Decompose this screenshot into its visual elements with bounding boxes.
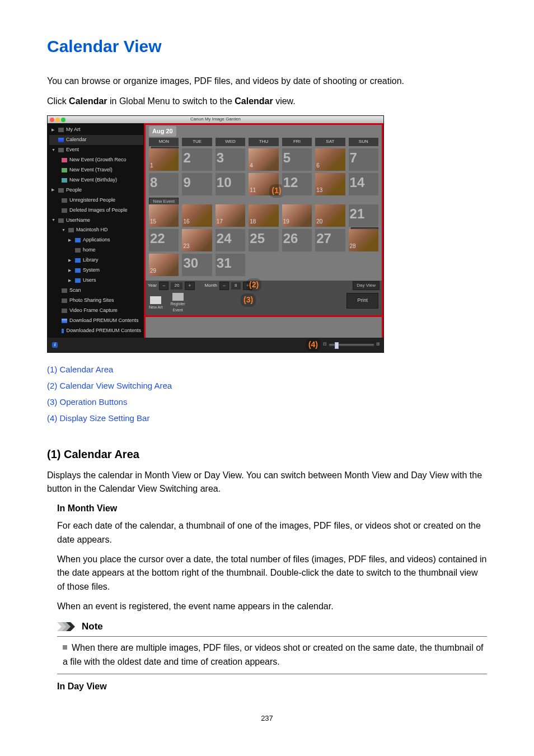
day-cell[interactable]: 8 — [149, 173, 179, 195]
day-cell[interactable]: 18 — [249, 204, 278, 227]
sidebar-item-machd[interactable]: ▼Macintosh HD — [49, 225, 143, 235]
day-cell[interactable]: 12 — [282, 173, 312, 195]
window-titlebar: Canon My Image Garden — [48, 116, 383, 123]
sidebar-item-users[interactable]: ▶Users — [49, 276, 143, 286]
sidebar-item-username[interactable]: ▼UserName — [49, 216, 143, 226]
sidebar-item-scan[interactable]: Scan — [49, 286, 143, 296]
sidebar-item-label: Calendar — [66, 136, 87, 144]
dow-sun: SUN — [349, 138, 378, 146]
dow-thu: THU — [249, 138, 278, 146]
day-cell[interactable]: 2 — [182, 148, 212, 171]
day-cell[interactable]: 27 — [315, 229, 345, 251]
month-view-heading: In Month View — [57, 502, 487, 516]
day-cell[interactable]: 4 — [249, 148, 278, 171]
day-cell[interactable]: New Event (Travel)15 — [149, 204, 179, 227]
event-pin-icon — [62, 168, 67, 172]
day-number: 22 — [150, 228, 165, 249]
year-next-button[interactable]: + — [185, 282, 194, 291]
sidebar-item-deleted[interactable]: Deleted Images of People — [49, 206, 143, 216]
newart-button[interactable]: New Art — [149, 296, 163, 311]
day-number: 25 — [250, 228, 265, 249]
sidebar-item-event-growth[interactable]: New Event (Growth Reco — [49, 155, 143, 165]
register-event-button[interactable]: Register Event — [171, 293, 185, 314]
print-button[interactable]: Print — [346, 293, 378, 309]
day-number: 3 — [217, 147, 224, 168]
zoom-slider[interactable] — [329, 344, 374, 346]
empty-cell — [249, 254, 278, 276]
empty-cell — [349, 254, 378, 276]
dayview-button[interactable]: Day View — [353, 281, 380, 290]
day-cell[interactable]: 9 — [182, 173, 212, 195]
day-cell[interactable]: 7 — [349, 148, 378, 171]
day-number: 27 — [316, 228, 331, 249]
day-cell[interactable]: 26 — [282, 229, 312, 251]
link-display-size[interactable]: (4) Display Size Setting Bar — [47, 413, 149, 423]
sidebar-item-dlprem[interactable]: Download PREMIUM Contents — [49, 316, 143, 326]
sidebar-item-dledprem[interactable]: Downloaded PREMIUM Contents — [49, 326, 143, 336]
day-number: 6 — [316, 161, 320, 170]
myart-icon — [58, 128, 64, 132]
day-cell[interactable]: 13 — [315, 173, 345, 195]
day-cell[interactable]: 23 — [182, 229, 212, 251]
sidebar-item-apps[interactable]: ▶Applications — [49, 235, 143, 245]
year-prev-button[interactable]: − — [159, 282, 168, 291]
sidebar-item-system[interactable]: ▶System — [49, 265, 143, 276]
day-cell[interactable]: 22 — [149, 229, 179, 251]
month-view-p3: When an event is registered, the event n… — [57, 600, 487, 614]
sidebar-item-myart[interactable]: ▶My Art — [49, 125, 143, 135]
zoom-in-icon[interactable]: ⊞ — [376, 341, 380, 348]
dow-tue: TUE — [182, 138, 212, 146]
sidebar-item-calendar[interactable]: Calendar — [49, 135, 143, 145]
day-cell[interactable]: 11(1) — [249, 173, 278, 195]
page-title: Calendar View — [47, 34, 487, 60]
zoom-knob[interactable] — [335, 342, 339, 349]
dow-mon: MON — [149, 138, 179, 146]
day-cell[interactable]: 20 — [315, 204, 345, 227]
intro-1: You can browse or organize images, PDF f… — [47, 74, 487, 88]
year-value: 20 — [171, 282, 182, 289]
day-cell[interactable]: 21 — [349, 204, 378, 227]
day-cell[interactable]: 24 — [216, 229, 245, 251]
sidebar-item-unregistered[interactable]: Unregistered People — [49, 195, 143, 206]
day-number: 8 — [150, 172, 157, 193]
day-number: 31 — [217, 253, 232, 273]
day-cell[interactable]: 30 — [182, 254, 212, 276]
month-view-p2: When you place the cursor over a date, t… — [57, 553, 487, 594]
sidebar-item-label: Downloaded PREMIUM Contents — [66, 327, 141, 335]
link-calendar-area[interactable]: (1) Calendar Area — [47, 365, 113, 374]
day-cell[interactable]: 19 — [282, 204, 312, 227]
month-prev-button[interactable]: − — [219, 282, 229, 291]
sidebar-item-sharing[interactable]: Photo Sharing Sites — [49, 296, 143, 306]
day-cell[interactable]: 31 — [216, 254, 245, 276]
day-cell[interactable]: 14 — [349, 173, 378, 195]
day-cell[interactable]: 3 — [216, 148, 245, 171]
day-cell[interactable]: 17 — [216, 204, 245, 227]
year-label: Year — [148, 282, 157, 289]
day-cell[interactable]: 29 — [149, 254, 179, 276]
day-cell[interactable]: 16 — [182, 204, 212, 227]
sidebar-item-library[interactable]: ▶Library — [49, 255, 143, 265]
link-operation-buttons[interactable]: (3) Operation Buttons — [47, 397, 127, 407]
day-cell[interactable]: New Event...1 — [149, 148, 179, 171]
day-cell[interactable]: 6 — [315, 148, 345, 171]
day-cell[interactable]: 10 — [216, 173, 245, 195]
ops-label: Register Event — [171, 302, 185, 312]
sidebar-item-vfc[interactable]: Video Frame Capture — [49, 306, 143, 316]
sidebar-item-people[interactable]: ▶People — [49, 185, 143, 195]
info-icon[interactable]: i — [52, 342, 58, 348]
zoom-out-icon[interactable]: ⊟ — [323, 341, 327, 348]
sidebar-item-event[interactable]: ▼Event — [49, 145, 143, 155]
day-cell[interactable]: 5 — [282, 148, 312, 171]
sidebar-item-home[interactable]: home — [49, 245, 143, 255]
sidebar-item-event-birthday[interactable]: New Event (Birthday) — [49, 175, 143, 185]
day-number: 23 — [183, 242, 189, 251]
day-number: 18 — [250, 217, 256, 226]
day-number: 28 — [350, 242, 356, 251]
day-cell[interactable]: 25 — [249, 229, 278, 251]
link-switching-area[interactable]: (2) Calendar View Switching Area — [47, 381, 172, 390]
dow-wed: WED — [216, 138, 245, 146]
callout-4: (4) — [306, 338, 321, 352]
day-cell[interactable]: New Event...28 — [349, 229, 378, 251]
sidebar-item-event-travel[interactable]: New Event (Travel) — [49, 165, 143, 175]
day-number: 4 — [250, 161, 253, 170]
